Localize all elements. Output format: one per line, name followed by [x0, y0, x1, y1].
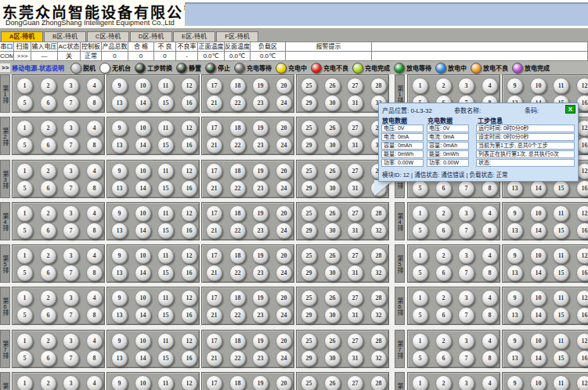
cell-button[interactable]: 25	[301, 163, 317, 179]
cell-button[interactable]: 2	[40, 120, 56, 136]
cell-button[interactable]: 12	[576, 78, 588, 94]
cell-button[interactable]: 1	[412, 78, 428, 94]
cell-button[interactable]: 9	[111, 205, 128, 222]
cell-button[interactable]: 21	[206, 222, 222, 239]
cell-button[interactable]: 20	[276, 247, 292, 264]
cell-button[interactable]: 2	[435, 290, 452, 306]
cell-button[interactable]: 19	[252, 290, 269, 306]
cell-button[interactable]: 2	[435, 247, 452, 264]
cell-button[interactable]: 3	[63, 205, 79, 222]
cell-button[interactable]: 32	[370, 307, 387, 323]
cell-button[interactable]: 17	[206, 333, 222, 349]
cell-button[interactable]: 2	[40, 205, 56, 222]
cell-button[interactable]: 2	[40, 375, 56, 390]
cell-button[interactable]: 32	[370, 350, 387, 367]
cell-button[interactable]: 28	[370, 333, 387, 349]
cell-button[interactable]: 16	[181, 307, 197, 323]
cell-button[interactable]: 1	[412, 333, 428, 349]
cell-button[interactable]: 31	[347, 350, 363, 367]
cell-button[interactable]: 9	[111, 290, 128, 306]
cell-button[interactable]: 8	[86, 350, 103, 367]
cell-button[interactable]: 20	[276, 205, 292, 222]
cell-button[interactable]: 10	[135, 333, 151, 349]
cell-button[interactable]: 31	[347, 222, 363, 239]
cell-button[interactable]: 16	[576, 180, 588, 197]
cell-button[interactable]: 14	[530, 350, 547, 367]
cell-button[interactable]: 11	[157, 247, 174, 264]
cell-button[interactable]: 9	[111, 247, 128, 264]
cell-button[interactable]: 7	[63, 180, 79, 197]
cell-button[interactable]: 2	[40, 247, 56, 264]
cell-button[interactable]: 15	[553, 350, 569, 367]
cell-button[interactable]: 19	[252, 163, 269, 179]
cell-button[interactable]: 12	[576, 333, 588, 349]
cell-button[interactable]: 9	[507, 375, 523, 390]
cell-button[interactable]: 5	[412, 180, 428, 197]
cell-button[interactable]: 2	[435, 375, 452, 390]
cell-button[interactable]: 9	[111, 163, 128, 179]
cell-button[interactable]: 12	[181, 78, 197, 94]
cell-button[interactable]: 8	[482, 307, 498, 323]
cell-button[interactable]: 3	[63, 333, 79, 349]
cell-button[interactable]: 18	[229, 375, 246, 390]
cell-button[interactable]: 12	[576, 247, 588, 264]
cell-button[interactable]: 24	[276, 95, 292, 111]
cell-button[interactable]: 7	[458, 350, 474, 367]
cell-button[interactable]: 16	[576, 307, 588, 323]
cell-button[interactable]: 2	[435, 205, 452, 222]
cell-button[interactable]: 14	[135, 307, 151, 323]
cell-button[interactable]: 21	[206, 350, 222, 367]
cell-button[interactable]: 13	[111, 265, 128, 281]
cell-button[interactable]: 32	[370, 265, 387, 281]
cell-button[interactable]: 11	[157, 205, 174, 222]
cell-button[interactable]: 4	[86, 163, 103, 179]
cell-button[interactable]: 13	[111, 137, 128, 153]
cell-button[interactable]: 4	[482, 333, 498, 349]
cell-button[interactable]: 2	[40, 290, 56, 306]
cell-button[interactable]: 4	[86, 333, 103, 349]
cell-button[interactable]: 1	[412, 205, 428, 222]
cell-button[interactable]: 7	[63, 350, 79, 367]
cell-button[interactable]: 8	[482, 180, 498, 197]
cell-button[interactable]: 10	[530, 290, 547, 306]
cell-button[interactable]: 10	[135, 78, 151, 94]
cell-button[interactable]: 7	[63, 265, 79, 281]
cell-button[interactable]: 8	[482, 265, 498, 281]
cell-button[interactable]: 6	[40, 222, 56, 239]
cell-button[interactable]: 5	[16, 265, 33, 281]
cell-button[interactable]: 5	[412, 307, 428, 323]
cell-button[interactable]: 13	[111, 350, 128, 367]
cell-button[interactable]: 27	[347, 78, 363, 94]
cell-button[interactable]: 12	[181, 333, 197, 349]
cell-button[interactable]: 28	[370, 290, 387, 306]
cell-button[interactable]: 3	[63, 375, 79, 390]
cell-button[interactable]: 8	[86, 222, 103, 239]
cell-button[interactable]: 17	[206, 163, 222, 179]
cell-button[interactable]: 18	[229, 120, 246, 136]
cell-button[interactable]: 7	[63, 95, 79, 111]
cell-button[interactable]: 16	[181, 137, 197, 153]
cell-button[interactable]: 31	[347, 95, 363, 111]
cell-button[interactable]: 6	[435, 350, 452, 367]
cell-button[interactable]: 23	[252, 137, 269, 153]
cell-button[interactable]: 6	[40, 307, 56, 323]
tab-zone-1[interactable]: B区-待机	[44, 31, 86, 42]
cell-button[interactable]: 5	[16, 137, 33, 153]
cell-button[interactable]: 26	[324, 163, 341, 179]
cell-button[interactable]: 27	[347, 205, 363, 222]
cell-button[interactable]: 15	[157, 137, 174, 153]
cell-button[interactable]: 7	[458, 265, 474, 281]
cell-button[interactable]: 18	[229, 78, 246, 94]
cell-button[interactable]: 7	[458, 222, 474, 239]
cell-button[interactable]: 4	[86, 247, 103, 264]
cell-button[interactable]: 9	[507, 247, 523, 264]
cell-button[interactable]: 7	[63, 222, 79, 239]
cell-button[interactable]: 13	[111, 222, 128, 239]
cell-button[interactable]: 19	[252, 247, 269, 264]
tab-zone-3[interactable]: D区-待机	[130, 31, 172, 42]
cell-button[interactable]: 4	[86, 205, 103, 222]
cell-button[interactable]: 25	[301, 120, 317, 136]
cell-button[interactable]: 30	[324, 222, 341, 239]
cell-button[interactable]: 32	[370, 222, 387, 239]
cell-button[interactable]: 22	[229, 222, 246, 239]
